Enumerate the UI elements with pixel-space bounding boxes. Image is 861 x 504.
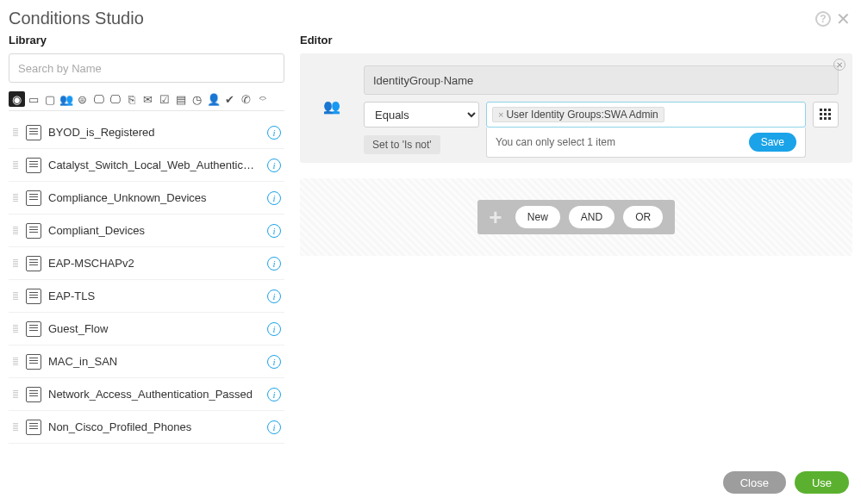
condition-icon bbox=[26, 190, 41, 206]
filter-check-icon[interactable]: ✔ bbox=[221, 91, 238, 107]
new-button[interactable]: New bbox=[515, 206, 560, 228]
info-icon[interactable]: i bbox=[267, 388, 281, 401]
library-item-label: Compliant_Devices bbox=[48, 224, 260, 237]
condition-icon bbox=[26, 289, 41, 304]
library-item[interactable]: Guest_Flow i bbox=[9, 313, 284, 345]
filter-wifi-icon[interactable]: ⌔ bbox=[254, 91, 271, 107]
set-is-not-button[interactable]: Set to 'Is not' bbox=[364, 135, 440, 154]
info-icon[interactable]: i bbox=[267, 257, 281, 271]
filter-msg-icon[interactable]: ✉ bbox=[140, 91, 156, 107]
library-list: BYOD_is_Registered i Catalyst_Switch_Loc… bbox=[9, 116, 284, 457]
filter-phone-icon[interactable]: ✆ bbox=[238, 91, 254, 107]
help-icon[interactable]: ? bbox=[815, 11, 831, 27]
drag-handle-icon[interactable] bbox=[12, 325, 19, 333]
filter-monitor2-icon[interactable]: 🖵 bbox=[107, 91, 123, 107]
filter-person-icon[interactable]: 👤 bbox=[205, 91, 221, 107]
condition-icon bbox=[26, 420, 41, 435]
filter-clock-icon[interactable]: ◷ bbox=[189, 91, 205, 107]
drag-handle-icon[interactable] bbox=[12, 423, 19, 431]
library-item-label: Network_Access_Authentication_Passed bbox=[48, 388, 260, 401]
library-item[interactable]: Catalyst_Switch_Local_Web_Authentication… bbox=[9, 149, 284, 182]
library-item-label: EAP-MSCHAPv2 bbox=[48, 257, 260, 270]
library-item-label: Compliance_Unknown_Devices bbox=[48, 191, 260, 204]
info-icon[interactable]: i bbox=[267, 420, 281, 434]
plus-icon: + bbox=[484, 206, 507, 228]
remove-rule-icon[interactable]: ✕ bbox=[833, 59, 845, 71]
library-title: Library bbox=[9, 34, 284, 47]
value-tag-label: User Identity Groups:SWA Admin bbox=[506, 109, 658, 121]
drag-handle-icon[interactable] bbox=[12, 259, 19, 267]
library-item-label: MAC_in_SAN bbox=[48, 355, 260, 368]
library-item[interactable]: Network_Access_Authentication_Passed i bbox=[9, 378, 284, 411]
close-button[interactable]: Close bbox=[723, 471, 786, 494]
library-item-label: BYOD_is_Registered bbox=[48, 126, 260, 139]
operator-select[interactable]: Equals bbox=[364, 102, 479, 128]
editor-panel: ✕ 👥 IdentityGroup·Name Equals × U bbox=[300, 53, 852, 163]
filter-monitor1-icon[interactable]: 🖵 bbox=[90, 91, 107, 107]
or-button[interactable]: OR bbox=[623, 206, 663, 228]
info-icon[interactable]: i bbox=[267, 126, 281, 140]
library-item[interactable]: Compliant_Devices i bbox=[9, 215, 284, 247]
condition-icon bbox=[26, 125, 41, 140]
grid-icon bbox=[820, 109, 832, 121]
value-tag: × User Identity Groups:SWA Admin bbox=[492, 107, 664, 122]
drag-handle-icon[interactable] bbox=[12, 227, 19, 234]
condition-icon bbox=[26, 223, 41, 239]
drag-handle-icon[interactable] bbox=[12, 161, 19, 169]
condition-icon bbox=[26, 321, 41, 337]
add-condition-bar: + New AND OR bbox=[477, 200, 675, 234]
library-item[interactable]: EAP-TLS i bbox=[9, 280, 284, 313]
filter-location-icon[interactable]: ◉ bbox=[9, 91, 25, 107]
filter-idcard-icon[interactable]: ▭ bbox=[25, 91, 41, 107]
drag-handle-icon[interactable] bbox=[12, 194, 19, 202]
filter-cert-icon[interactable]: ⎘ bbox=[123, 91, 140, 107]
use-button[interactable]: Use bbox=[795, 471, 849, 494]
library-item-label: EAP-TLS bbox=[48, 289, 260, 302]
filter-globe-icon[interactable]: ⊜ bbox=[74, 91, 90, 107]
drop-zone: + New AND OR bbox=[300, 178, 852, 256]
condition-icon bbox=[26, 158, 41, 173]
and-button[interactable]: AND bbox=[569, 206, 615, 228]
filter-icon-strip: ◉ ▭ ▢ 👥 ⊜ 🖵 🖵 ⎘ ✉ ☑ ▤ ◷ 👤 ✔ ✆ ⌔ bbox=[9, 91, 284, 111]
filter-group-icon[interactable]: 👥 bbox=[58, 91, 74, 107]
filter-app-icon[interactable]: ▤ bbox=[172, 91, 189, 107]
library-item[interactable]: Compliance_Unknown_Devices i bbox=[9, 182, 284, 215]
drag-handle-icon[interactable] bbox=[12, 292, 19, 300]
value-dropdown: You can only select 1 item Save bbox=[486, 128, 806, 158]
library-item[interactable]: Non_Cisco_Profiled_Phones i bbox=[9, 411, 284, 444]
info-icon[interactable]: i bbox=[267, 224, 281, 238]
library-item[interactable]: BYOD_is_Registered i bbox=[9, 116, 284, 149]
library-item-label: Guest_Flow bbox=[48, 322, 260, 335]
grid-picker-button[interactable] bbox=[813, 102, 839, 128]
condition-icon bbox=[26, 354, 41, 370]
attribute-field[interactable]: IdentityGroup·Name bbox=[364, 65, 839, 95]
info-icon[interactable]: i bbox=[267, 289, 281, 303]
editor-title: Editor bbox=[300, 34, 852, 47]
drag-handle-icon[interactable] bbox=[12, 128, 19, 136]
close-icon[interactable]: ✕ bbox=[836, 10, 851, 28]
library-item[interactable]: EAP-MSCHAPv2 i bbox=[9, 247, 284, 280]
identity-group-icon: 👥 bbox=[312, 65, 352, 115]
library-item[interactable]: MAC_in_SAN i bbox=[9, 345, 284, 378]
drag-handle-icon[interactable] bbox=[12, 358, 19, 365]
condition-icon bbox=[26, 387, 41, 402]
condition-icon bbox=[26, 256, 41, 271]
info-icon[interactable]: i bbox=[267, 191, 281, 205]
info-icon[interactable]: i bbox=[267, 159, 281, 172]
page-title: Conditions Studio bbox=[9, 9, 144, 28]
value-input[interactable]: × User Identity Groups:SWA Admin bbox=[486, 102, 806, 128]
library-item-label: Non_Cisco_Profiled_Phones bbox=[48, 420, 260, 433]
library-item-label: Catalyst_Switch_Local_Web_Authentication bbox=[48, 159, 260, 171]
info-icon[interactable]: i bbox=[267, 355, 281, 369]
filter-doc-icon[interactable]: ☑ bbox=[156, 91, 172, 107]
drag-handle-icon[interactable] bbox=[12, 390, 19, 398]
dropdown-message: You can only select 1 item bbox=[496, 136, 615, 148]
filter-device-icon[interactable]: ▢ bbox=[41, 91, 58, 107]
remove-tag-icon[interactable]: × bbox=[498, 109, 503, 120]
save-button[interactable]: Save bbox=[749, 133, 796, 152]
search-input[interactable] bbox=[9, 53, 284, 83]
info-icon[interactable]: i bbox=[267, 322, 281, 336]
